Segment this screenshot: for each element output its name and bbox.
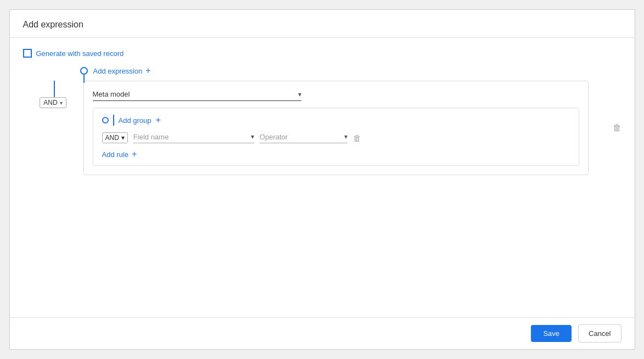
rule-row: AND ▾ Field name ▾ Operator ▾ � xyxy=(102,132,570,143)
add-group-dot xyxy=(102,117,109,124)
field-name-text: Field name xyxy=(133,133,251,141)
and-inner-label: AND xyxy=(105,134,119,142)
add-rule-link[interactable]: Add rule xyxy=(102,150,128,159)
dialog-title: Add expression xyxy=(23,20,83,29)
operator-select[interactable]: Operator ▾ xyxy=(260,133,348,143)
inner-group: Add group + AND ▾ Field name ▾ xyxy=(93,108,579,166)
dialog-body: Generate with saved record Add expressio… xyxy=(10,38,635,317)
add-group-link[interactable]: Add group xyxy=(119,116,152,125)
generate-row: Generate with saved record xyxy=(23,49,621,58)
add-expression-plus-icon[interactable]: + xyxy=(145,66,150,75)
dialog-footer: Save Cancel xyxy=(10,317,635,349)
generate-checkbox[interactable] xyxy=(23,49,32,58)
meta-model-text: Meta model xyxy=(93,90,298,98)
operator-chevron-icon: ▾ xyxy=(344,133,348,141)
meta-model-select[interactable]: Meta model ▾ xyxy=(93,90,301,101)
save-button[interactable]: Save xyxy=(531,325,572,342)
main-content-row: AND ▾ Meta model ▾ xyxy=(23,81,621,175)
field-name-chevron-icon: ▾ xyxy=(251,133,254,141)
add-expression-row: Add expression + xyxy=(80,66,621,75)
and-outer-label: AND xyxy=(43,99,57,106)
and-outer-badge[interactable]: AND ▾ xyxy=(40,97,66,108)
connector-down xyxy=(83,74,85,83)
dialog-header: Add expression xyxy=(10,10,635,38)
rule-delete-icon[interactable]: 🗑 xyxy=(353,133,361,143)
add-expression-dot xyxy=(80,67,88,75)
meta-model-chevron-icon: ▾ xyxy=(298,91,301,98)
generate-label[interactable]: Generate with saved record xyxy=(36,49,124,58)
add-expression-link[interactable]: Add expression xyxy=(93,67,143,75)
and-inner-chevron: ▾ xyxy=(121,134,125,142)
expression-delete-icon[interactable]: 🗑 xyxy=(613,123,621,133)
field-name-select[interactable]: Field name ▾ xyxy=(133,133,254,143)
add-expression-link-row: Add expression + xyxy=(93,66,151,75)
inner-top-row: Add group + xyxy=(102,115,570,126)
and-side: AND ▾ xyxy=(23,81,83,108)
and-outer-chevron: ▾ xyxy=(60,100,63,106)
and-inner-badge[interactable]: AND ▾ xyxy=(102,132,128,143)
meta-model-row: Meta model ▾ xyxy=(93,90,579,101)
add-group-plus-icon[interactable]: + xyxy=(156,116,161,125)
dialog: Add expression Generate with saved recor… xyxy=(9,9,635,350)
cancel-button[interactable]: Cancel xyxy=(578,324,621,343)
expression-card: Meta model ▾ Add group + xyxy=(83,81,589,175)
add-rule-plus-icon[interactable]: + xyxy=(132,150,137,159)
operator-text: Operator xyxy=(260,133,344,141)
tree-area: Add expression + AND ▾ xyxy=(23,66,621,175)
add-rule-row: Add rule + xyxy=(102,150,570,159)
